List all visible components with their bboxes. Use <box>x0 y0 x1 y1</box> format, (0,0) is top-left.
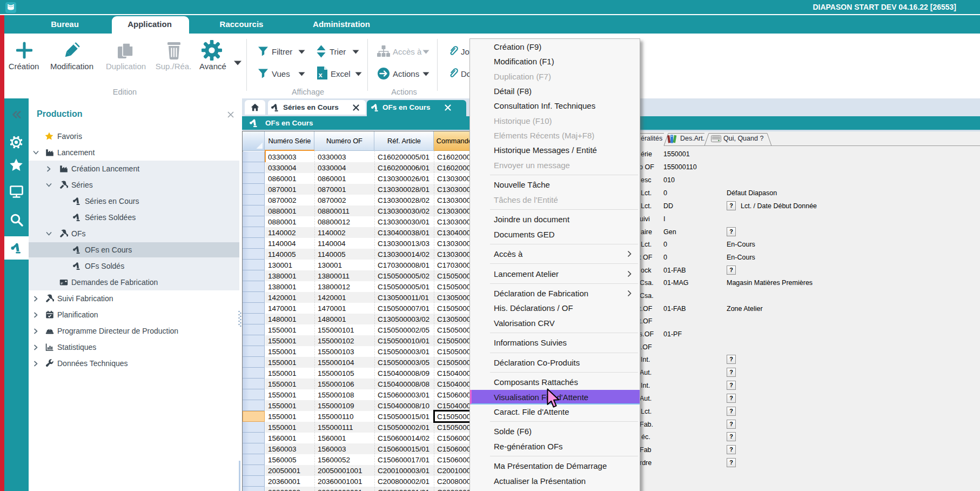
svg-text:x: x <box>318 71 323 79</box>
